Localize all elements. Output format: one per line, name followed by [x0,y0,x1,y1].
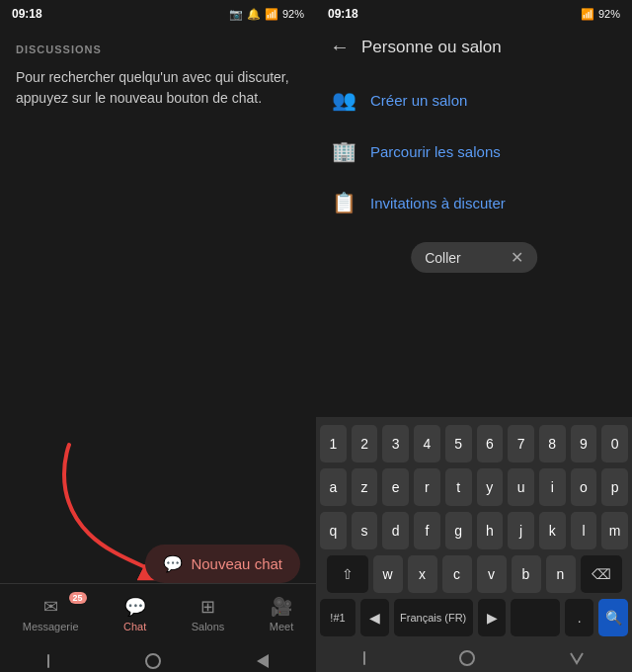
back-button[interactable]: ← [330,36,350,58]
space-key[interactable] [511,599,560,636]
key-g[interactable]: g [445,512,472,549]
key-e[interactable]: e [382,468,409,506]
key-y[interactable]: y [477,468,504,506]
home-triangle [257,654,269,668]
menu-item-invitations[interactable]: 📋 Invitations à discuter [316,177,632,228]
next-lang-key[interactable]: ▶ [478,599,507,636]
bottom-nav: ✉ 25 Messagerie 💬 Chat ⊞ Salons 🎥 Meet [0,583,316,652]
key-u[interactable]: u [508,468,534,506]
key-8[interactable]: 8 [539,425,566,462]
key-9[interactable]: 9 [571,425,597,462]
right-title: Personne ou salon [361,38,502,57]
status-bar-right: 09:18 📶 92% [316,0,632,28]
nav-item-meet[interactable]: 🎥 Meet [270,596,293,632]
key-2[interactable]: 2 [352,425,378,462]
key-5[interactable]: 5 [445,425,472,462]
key-k[interactable]: k [539,512,566,549]
key-3[interactable]: 3 [382,425,409,462]
home-bar-right [316,648,632,672]
key-l[interactable]: l [571,512,597,549]
nouveau-chat-label: Nouveau chat [191,555,282,572]
messagerie-label: Messagerie [23,621,79,632]
parcourir-salons-label: Parcourir les salons [370,143,501,160]
home-bar-left [0,652,316,672]
key-h[interactable]: h [477,512,504,549]
nouveau-chat-button[interactable]: 💬 Nouveau chat [145,545,300,583]
nav-item-messagerie[interactable]: ✉ 25 Messagerie [23,596,79,632]
shift-key[interactable]: ⇧ [327,555,368,593]
status-bar-left: 09:18 📷 🔔 📶 92% [0,0,316,28]
key-r[interactable]: r [414,468,440,506]
right-panel: 09:18 📶 92% ← Personne ou salon 👥 Créer … [316,0,632,672]
key-0[interactable]: 0 [601,425,628,462]
keyboard: 1 2 3 4 5 6 7 8 9 0 a z e r t y u i [316,417,632,648]
coller-label: Coller [425,250,461,266]
sound-icon: 🔔 [247,8,261,21]
salons-label: Salons [192,621,225,632]
meet-label: Meet [270,621,293,632]
time-left: 09:18 [12,7,42,21]
key-1[interactable]: 1 [320,425,347,462]
key-a[interactable]: a [320,468,347,506]
key-7[interactable]: 7 [508,425,534,462]
key-w[interactable]: w [373,555,403,593]
right-header: ← Personne ou salon [316,28,632,70]
key-i[interactable]: i [539,468,566,506]
battery-left: 92% [282,8,304,20]
search-key[interactable]: 🔍 [598,599,628,636]
chat-icon: 💬 [124,596,146,618]
key-s[interactable]: s [352,512,378,549]
coller-bar: Coller ✕ [411,242,537,273]
backspace-key[interactable]: ⌫ [581,555,622,593]
key-v[interactable]: v [477,555,507,593]
home-circle [145,653,161,669]
key-z[interactable]: z [352,468,378,506]
camera-icon: 📷 [229,8,243,21]
keyboard-row-special: !#1 ◀ Français (FR) ▶ . 🔍 [320,599,628,636]
battery-right: 92% [598,8,620,20]
key-t[interactable]: t [445,468,472,506]
home-bar-indicator-right [363,651,365,665]
numbers-symbol-key[interactable]: !#1 [320,599,356,636]
signal-right-icon: 📶 [581,8,594,21]
key-b[interactable]: b [512,555,541,593]
invitations-label: Invitations à discuter [370,195,506,211]
status-icons-left: 📷 🔔 📶 92% [229,8,304,21]
key-p[interactable]: p [601,468,628,506]
language-key[interactable]: Français (FR) [394,599,473,636]
key-o[interactable]: o [571,468,597,506]
keyboard-row-azerty: a z e r t y u i o p [320,468,628,506]
menu-item-creer-salon[interactable]: 👥 Créer un salon [316,74,632,126]
meet-icon: 🎥 [271,596,292,618]
key-x[interactable]: x [408,555,437,593]
key-q[interactable]: q [320,512,347,549]
nav-item-chat[interactable]: 💬 Chat [123,596,146,632]
chat-bubble-icon: 💬 [163,554,183,573]
discussions-title: DISCUSSIONS [16,43,300,55]
key-f[interactable]: f [414,512,440,549]
discussions-text: Pour rechercher quelqu'un avec qui discu… [16,67,300,109]
menu-list: 👥 Créer un salon 🏢 Parcourir les salons … [316,70,632,232]
menu-item-parcourir-salons[interactable]: 🏢 Parcourir les salons [316,126,632,177]
creer-salon-label: Créer un salon [370,92,467,109]
key-n[interactable]: n [546,555,576,593]
home-bar-indicator [47,654,49,668]
keyboard-row-shift: ⇧ w x c v b n ⌫ [320,555,628,593]
key-c[interactable]: c [442,555,472,593]
left-panel: 09:18 📷 🔔 📶 92% DISCUSSIONS Pour recherc… [0,0,316,672]
key-d[interactable]: d [382,512,409,549]
prev-lang-key[interactable]: ◀ [360,599,389,636]
key-4[interactable]: 4 [414,425,440,462]
key-m[interactable]: m [601,512,628,549]
status-icons-right: 📶 92% [581,8,620,21]
messagerie-icon: ✉ [43,596,58,618]
messagerie-badge: 25 [69,592,87,604]
nav-item-salons[interactable]: ⊞ Salons [192,596,225,632]
keyboard-row-qsdf: q s d f g h j k l m [320,512,628,549]
key-j[interactable]: j [508,512,534,549]
period-key[interactable]: . [565,599,593,636]
creer-salon-icon: 👥 [332,88,356,112]
key-6[interactable]: 6 [477,425,504,462]
coller-close-button[interactable]: ✕ [511,248,523,267]
keyboard-row-numbers: 1 2 3 4 5 6 7 8 9 0 [320,425,628,462]
